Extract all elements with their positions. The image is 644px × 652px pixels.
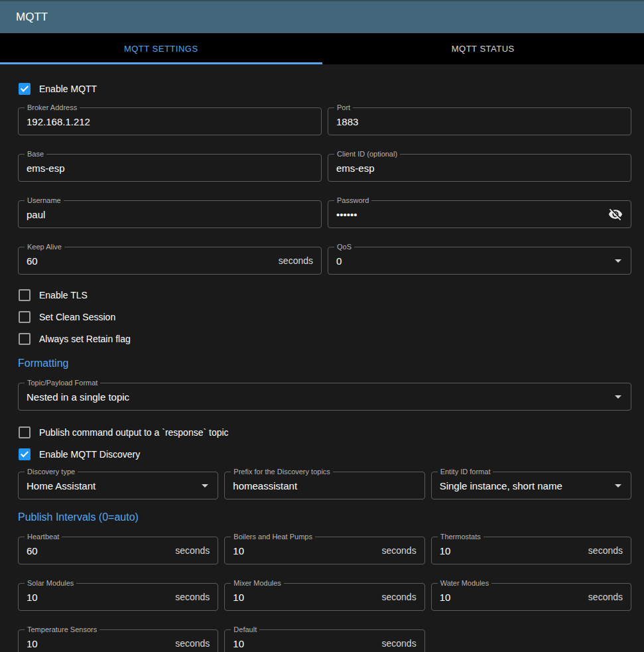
tab-mqtt-settings[interactable]: MQTT SETTINGS: [0, 33, 322, 64]
toggle-password-visibility-button[interactable]: [607, 206, 624, 223]
thermostats-unit: seconds: [588, 545, 623, 556]
thermostats-label: Thermostats: [438, 533, 483, 541]
discovery-prefix-label: Prefix for the Discovery topics: [231, 468, 333, 476]
mixer-value: 10: [233, 592, 376, 603]
temperature-value: 10: [27, 638, 170, 649]
app-bar: MQTT: [0, 0, 644, 33]
intervals-row-2: Solar Modules 10 seconds Mixer Modules 1…: [18, 583, 631, 611]
username-field[interactable]: Username paul: [18, 200, 322, 228]
client-id-field[interactable]: Client ID (optional) ems-esp: [328, 154, 631, 182]
temperature-unit: seconds: [175, 638, 210, 649]
enable-discovery-label: Enable MQTT Discovery: [39, 449, 140, 460]
keep-alive-field[interactable]: Keep Alive 60 seconds: [18, 247, 322, 275]
page-title: MQTT: [16, 11, 48, 24]
password-value: ••••••: [336, 209, 602, 220]
publish-response-checkbox[interactable]: [19, 426, 31, 438]
entity-id-format-label: Entity ID format: [438, 468, 493, 476]
water-interval-field[interactable]: Water Modules 10 seconds: [431, 583, 631, 611]
keep-alive-unit: seconds: [279, 255, 313, 266]
retain-flag-label: Always set Retain flag: [39, 334, 131, 344]
qos-select[interactable]: QoS 0: [328, 247, 631, 275]
discovery-prefix-field[interactable]: Prefix for the Discovery topics homeassi…: [224, 472, 424, 499]
boilers-label: Boilers and Heat Pumps: [231, 533, 315, 541]
enable-tls-row: Enable TLS: [18, 284, 631, 306]
broker-address-label: Broker Address: [25, 103, 80, 112]
visibility-off-icon: [608, 207, 623, 222]
chevron-down-icon: [615, 395, 621, 399]
enable-mqtt-checkbox[interactable]: [19, 83, 31, 95]
water-unit: seconds: [588, 592, 623, 602]
topic-payload-format-value: Nested in a single topic: [27, 391, 608, 403]
broker-address-value: 192.168.1.212: [27, 116, 313, 127]
solar-value: 10: [27, 592, 170, 603]
heartbeat-interval-field[interactable]: Heartbeat 60 seconds: [18, 537, 218, 564]
mqtt-settings-form: Enable MQTT Broker Address 192.168.1.212…: [0, 64, 644, 652]
broker-address-field[interactable]: Broker Address 192.168.1.212: [18, 107, 322, 135]
enable-discovery-row: Enable MQTT Discovery: [18, 443, 631, 465]
client-id-value: ems-esp: [336, 163, 623, 174]
enable-tls-label: Enable TLS: [39, 290, 88, 300]
chevron-down-icon: [615, 259, 621, 263]
intervals-row-1: Heartbeat 60 seconds Boilers and Heat Pu…: [18, 537, 631, 564]
chevron-down-icon: [202, 484, 208, 488]
base-label: Base: [25, 150, 46, 159]
publish-response-row: Publish command output to a `response` t…: [18, 421, 631, 443]
mixer-label: Mixer Modules: [231, 579, 284, 588]
water-label: Water Modules: [438, 579, 492, 588]
base-field[interactable]: Base ems-esp: [18, 154, 322, 182]
boilers-unit: seconds: [382, 545, 417, 556]
password-field[interactable]: Password ••••••: [328, 200, 631, 228]
qos-value: 0: [336, 255, 608, 267]
tab-mqtt-status-label: MQTT STATUS: [452, 44, 515, 54]
chevron-down-icon: [615, 484, 621, 488]
publish-response-label: Publish command output to a `response` t…: [39, 427, 229, 438]
thermostats-value: 10: [440, 545, 583, 556]
entity-id-format-select[interactable]: Entity ID format Single instance, short …: [431, 472, 631, 499]
discovery-type-select[interactable]: Discovery type Home Assistant: [18, 472, 218, 499]
heartbeat-unit: seconds: [175, 545, 210, 556]
tab-mqtt-settings-label: MQTT SETTINGS: [124, 44, 198, 54]
formatting-heading: Formatting: [18, 358, 631, 369]
solar-label: Solar Modules: [25, 579, 76, 588]
default-label: Default: [231, 625, 259, 634]
client-id-label: Client ID (optional): [334, 150, 400, 159]
keepalive-qos-row: Keep Alive 60 seconds QoS 0: [18, 247, 631, 275]
username-value: paul: [27, 209, 313, 220]
discovery-prefix-value: homeassistant: [233, 480, 416, 491]
retain-flag-checkbox[interactable]: [19, 333, 31, 345]
broker-port-row: Broker Address 192.168.1.212 Port 1883: [18, 107, 631, 135]
keep-alive-label: Keep Alive: [25, 243, 64, 251]
topic-format-row: Topic/Payload Format Nested in a single …: [18, 383, 631, 411]
temperature-interval-field[interactable]: Temperature Sensors 10 seconds: [18, 629, 218, 652]
solar-interval-field[interactable]: Solar Modules 10 seconds: [18, 583, 218, 611]
entity-id-format-value: Single instance, short name: [440, 480, 608, 491]
password-label: Password: [334, 196, 371, 205]
enable-discovery-checkbox[interactable]: [19, 448, 31, 460]
discovery-type-value: Home Assistant: [27, 480, 195, 491]
port-field[interactable]: Port 1883: [328, 107, 631, 135]
discovery-type-label: Discovery type: [25, 468, 78, 476]
boilers-interval-field[interactable]: Boilers and Heat Pumps 10 seconds: [224, 537, 424, 564]
boilers-value: 10: [233, 545, 376, 556]
thermostats-interval-field[interactable]: Thermostats 10 seconds: [431, 537, 631, 564]
heartbeat-value: 60: [27, 545, 170, 556]
tab-bar: MQTT SETTINGS MQTT STATUS: [0, 33, 644, 64]
clean-session-checkbox[interactable]: [19, 311, 31, 323]
mixer-interval-field[interactable]: Mixer Modules 10 seconds: [224, 583, 424, 611]
enable-mqtt-label: Enable MQTT: [39, 84, 97, 94]
default-unit: seconds: [382, 638, 417, 649]
retain-flag-row: Always set Retain flag: [18, 328, 631, 350]
port-label: Port: [334, 103, 353, 112]
water-value: 10: [440, 592, 583, 603]
base-clientid-row: Base ems-esp Client ID (optional) ems-es…: [18, 154, 631, 182]
enable-tls-checkbox[interactable]: [19, 289, 31, 301]
topic-payload-format-select[interactable]: Topic/Payload Format Nested in a single …: [18, 383, 631, 411]
topic-payload-format-label: Topic/Payload Format: [25, 379, 100, 387]
tab-mqtt-status[interactable]: MQTT STATUS: [322, 33, 644, 64]
temperature-label: Temperature Sensors: [25, 625, 99, 634]
heartbeat-label: Heartbeat: [25, 533, 62, 541]
clean-session-row: Set Clean Session: [18, 306, 631, 328]
default-value: 10: [233, 638, 376, 649]
base-value: ems-esp: [27, 163, 313, 174]
default-interval-field[interactable]: Default 10 seconds: [224, 629, 424, 652]
